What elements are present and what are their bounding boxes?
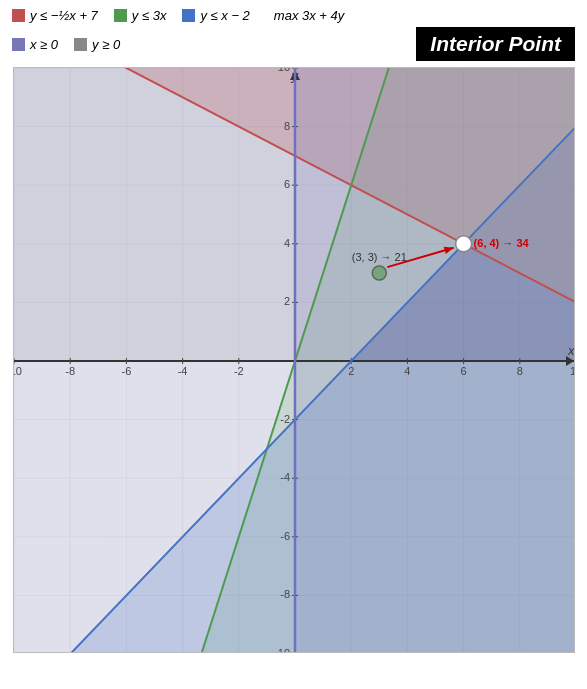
legend-color-3 (182, 9, 195, 22)
legend-item-2: y ≤ 3x (114, 8, 167, 23)
legend-label-5: y ≥ 0 (92, 37, 120, 52)
legend-item-3: y ≤ x − 2 (182, 8, 249, 23)
graph-canvas (14, 68, 575, 653)
legend-label-3: y ≤ x − 2 (200, 8, 249, 23)
objective-label: max 3x + 4y (274, 8, 344, 23)
legend-color-1 (12, 9, 25, 22)
legend-label-1: y ≤ −½x + 7 (30, 8, 98, 23)
legend-label-4: x ≥ 0 (30, 37, 58, 52)
legend-color-5 (74, 38, 87, 51)
legend-color-4 (12, 38, 25, 51)
interior-point-box: Interior Point (416, 27, 575, 61)
legend-item-4: x ≥ 0 (12, 37, 58, 52)
graph-container (13, 67, 575, 653)
legend-item-5: y ≥ 0 (74, 37, 120, 52)
legend-color-2 (114, 9, 127, 22)
legend-item-1: y ≤ −½x + 7 (12, 8, 98, 23)
legend-label-2: y ≤ 3x (132, 8, 167, 23)
